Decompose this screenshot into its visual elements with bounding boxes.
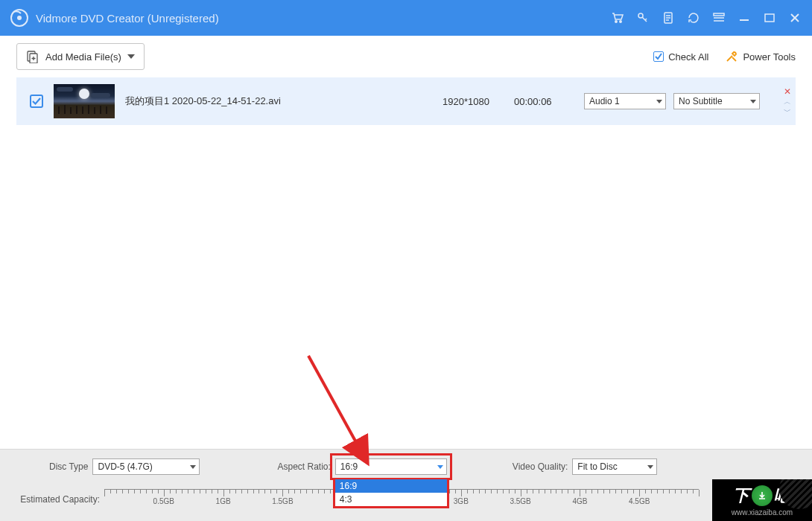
ruler-label: 1.5GB	[272, 497, 293, 505]
maximize-icon[interactable]	[763, 11, 776, 25]
key-icon[interactable]	[636, 11, 650, 25]
app-title: Vidmore DVD Creator (Unregistered)	[36, 12, 611, 25]
add-file-icon	[26, 50, 39, 63]
add-media-label: Add Media File(s)	[45, 51, 121, 63]
row-controls: ✕ ︿ ﹀	[784, 87, 791, 115]
svg-point-2	[615, 21, 617, 22]
chevron-down-icon	[127, 54, 135, 59]
video-quality-dropdown[interactable]: Fit to Disc	[572, 458, 657, 475]
video-quality-label: Video Quality:	[513, 461, 568, 472]
chevron-down-icon	[750, 100, 756, 103]
file-row[interactable]: 我的项目1 2020-05-22_14-51-22.avi 1920*1080 …	[16, 77, 796, 125]
bottom-controls: Disc Type DVD-5 (4.7G) Aspect Ratio: 16:…	[0, 450, 812, 484]
subtitle-dropdown[interactable]: No Subtitle	[673, 93, 760, 109]
app-logo-icon	[10, 9, 28, 27]
check-all-label: Check All	[668, 51, 708, 63]
aspect-ratio-value: 16:9	[340, 461, 358, 472]
file-name: 我的项目1 2020-05-22_14-51-22.avi	[125, 95, 281, 108]
move-down-icon[interactable]: ﹀	[784, 108, 791, 115]
bottom-panel: Disc Type DVD-5 (4.7G) Aspect Ratio: 16:…	[0, 449, 812, 521]
aspect-ratio-options: 16:9 4:3	[333, 479, 449, 508]
ruler-label: 3GB	[454, 497, 469, 505]
watermark-url: www.xiazaiba.com	[732, 508, 793, 517]
check-all[interactable]: Check All	[653, 51, 708, 63]
svg-point-1	[17, 16, 22, 20]
power-tools-label: Power Tools	[743, 51, 796, 63]
ruler-label: 4GB	[572, 497, 587, 505]
file-duration: 00:00:06	[514, 96, 552, 107]
checkbox-icon	[653, 51, 664, 62]
chevron-down-icon	[656, 100, 662, 103]
chevron-down-icon	[437, 465, 443, 469]
ruler-label: 1GB	[216, 497, 231, 505]
cart-icon[interactable]	[611, 11, 624, 25]
tools-icon	[725, 50, 738, 63]
aspect-option-16-9[interactable]: 16:9	[335, 479, 447, 493]
ruler-label: 4.5GB	[629, 497, 650, 505]
download-icon	[752, 485, 773, 506]
disc-type-label: Disc Type	[49, 461, 88, 472]
subtitle-value: No Subtitle	[679, 96, 723, 106]
ruler-label: 3.5GB	[510, 497, 530, 505]
move-up-icon[interactable]: ︿	[784, 98, 791, 106]
audio-track-value: Audio 1	[589, 96, 620, 106]
svg-line-10	[308, 356, 365, 458]
watermark: 下 吧 www.xiazaiba.com	[712, 479, 812, 521]
svg-rect-7	[765, 14, 774, 22]
svg-point-3	[620, 21, 621, 22]
chevron-down-icon	[190, 465, 196, 469]
minimize-icon[interactable]	[738, 11, 751, 25]
power-tools[interactable]: Power Tools	[725, 50, 796, 63]
chevron-down-icon	[647, 465, 653, 469]
annotation-highlight-box: 16:9	[330, 453, 452, 480]
svg-rect-6	[714, 13, 724, 16]
file-checkbox[interactable]	[30, 95, 43, 108]
aspect-ratio-label: Aspect Ratio:	[277, 461, 330, 472]
add-media-button[interactable]: Add Media File(s)	[16, 43, 145, 70]
capacity-label: Estimated Capacity:	[16, 494, 104, 505]
close-icon[interactable]	[788, 11, 802, 25]
toolbar: Add Media File(s) Check All Power Tools	[0, 36, 812, 77]
refresh-icon[interactable]	[687, 11, 700, 25]
file-list: 我的项目1 2020-05-22_14-51-22.avi 1920*1080 …	[0, 77, 812, 125]
file-resolution: 1920*1080	[443, 96, 489, 107]
title-actions	[611, 11, 802, 25]
ruler-label: 0.5GB	[153, 497, 174, 505]
audio-track-dropdown[interactable]: Audio 1	[584, 93, 666, 109]
disc-type-dropdown[interactable]: DVD-5 (4.7G)	[92, 458, 200, 475]
remove-icon[interactable]: ✕	[784, 87, 791, 96]
title-bar: Vidmore DVD Creator (Unregistered)	[0, 0, 812, 36]
aspect-option-4-3[interactable]: 4:3	[335, 493, 447, 506]
video-quality-value: Fit to Disc	[577, 461, 617, 472]
aspect-ratio-dropdown[interactable]: 16:9 16:9 4:3	[335, 458, 447, 475]
disc-type-value: DVD-5 (4.7G)	[98, 461, 152, 472]
menu-icon[interactable]	[712, 11, 726, 25]
document-icon[interactable]	[662, 11, 675, 25]
file-thumbnail	[54, 84, 115, 118]
